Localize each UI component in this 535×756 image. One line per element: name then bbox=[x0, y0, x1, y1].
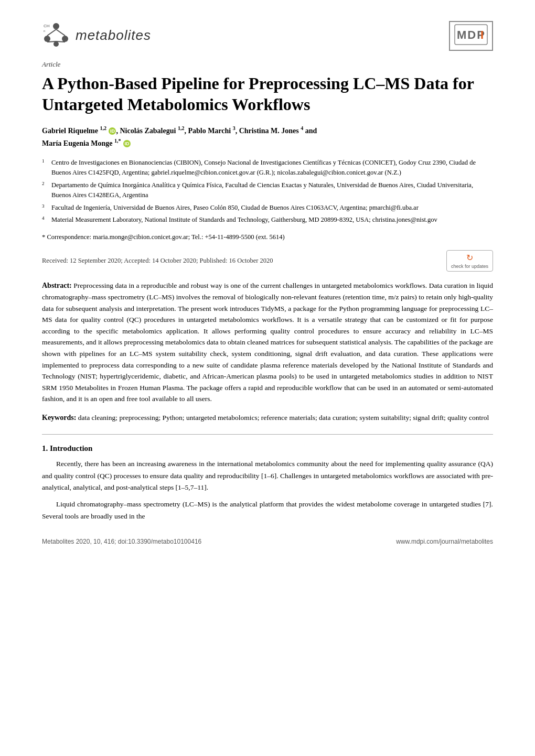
authors-block: Gabriel Riquelme 1,2 ID, Nicolás Zabaleg… bbox=[42, 124, 493, 149]
affiliation-1: 1 Centro de Investigaciones en Bionanoci… bbox=[42, 158, 493, 178]
svg-line-4 bbox=[47, 29, 56, 36]
abstract-label: Abstract: bbox=[42, 282, 72, 289]
svg-line-5 bbox=[56, 29, 65, 36]
check-for-updates-badge[interactable]: ↻ check for updates bbox=[446, 250, 493, 272]
svg-point-2 bbox=[62, 36, 68, 42]
author-nicolas: Nicolás Zabalegui 1,2 bbox=[120, 127, 184, 135]
correspondence-block: * Correspondence: maria.monge@cibion.con… bbox=[42, 232, 493, 242]
footer: Metabolites 2020, 10, 416; doi:10.3390/m… bbox=[42, 538, 493, 545]
orcid-icon-maria: ID bbox=[123, 140, 131, 147]
author-christina: Christina M. Jones 4 bbox=[239, 127, 303, 135]
article-title: A Python-Based Pipeline for Preprocessin… bbox=[42, 73, 493, 115]
keywords-text: data cleaning; preprocessing; Python; un… bbox=[78, 414, 489, 422]
journal-logo: CH n metabolites bbox=[42, 21, 151, 49]
refresh-icon: ↻ bbox=[466, 253, 473, 263]
section1-heading: 1. Introduction bbox=[42, 444, 493, 453]
footer-url: www.mdpi.com/journal/metabolites bbox=[396, 538, 493, 545]
svg-text:CH: CH bbox=[44, 24, 50, 28]
orcid-icon-gabriel: ID bbox=[109, 127, 116, 135]
mdpi-logo: MDP I bbox=[449, 21, 493, 51]
author-maria: María Eugenia Monge 1,* bbox=[42, 139, 121, 147]
page: CH n metabolites MDP I Article A Python-… bbox=[0, 0, 535, 756]
check-updates-label: check for updates bbox=[451, 264, 488, 269]
keywords-label: Keywords: bbox=[42, 414, 76, 422]
svg-text:n: n bbox=[44, 29, 45, 33]
affiliation-2: 2 Departamento de Química Inorgánica Ana… bbox=[42, 180, 493, 201]
dates-row: Received: 12 September 2020; Accepted: 1… bbox=[42, 250, 493, 272]
author-pablo: Pablo Marchi 3 bbox=[188, 127, 235, 135]
svg-point-1 bbox=[44, 36, 50, 42]
abstract-section: Abstract: Preprocessing data in a reprod… bbox=[42, 280, 493, 405]
section1-para2: Liquid chromatography–mass spectrometry … bbox=[42, 499, 493, 522]
abstract-text: Preprocessing data in a reproducible and… bbox=[42, 282, 493, 403]
publication-dates: Received: 12 September 2020; Accepted: 1… bbox=[42, 257, 273, 265]
svg-line-6 bbox=[47, 41, 56, 42]
journal-name-text: metabolites bbox=[76, 27, 151, 44]
affiliation-3: 3 Facultad de Ingeniería, Universidad de… bbox=[42, 203, 493, 213]
svg-point-3 bbox=[54, 41, 59, 47]
author-gabriel: Gabriel Riquelme 1,2 bbox=[42, 127, 106, 135]
header-row: CH n metabolites MDP I bbox=[42, 21, 493, 51]
svg-point-0 bbox=[53, 23, 59, 29]
section-divider bbox=[42, 434, 493, 435]
article-type: Article bbox=[42, 60, 493, 69]
molecule-icon: CH n bbox=[42, 21, 70, 49]
svg-line-7 bbox=[56, 41, 65, 42]
svg-text:I: I bbox=[480, 28, 485, 41]
section1-body: Recently, there has been an increasing a… bbox=[42, 458, 493, 522]
footer-citation: Metabolites 2020, 10, 416; doi:10.3390/m… bbox=[42, 538, 201, 545]
affiliations-block: 1 Centro de Investigaciones en Bionanoci… bbox=[42, 158, 493, 225]
affiliation-4: 4 Material Measurement Laboratory, Natio… bbox=[42, 215, 493, 225]
keywords-section: Keywords: data cleaning; preprocessing; … bbox=[42, 412, 493, 424]
introduction-section: 1. Introduction Recently, there has been… bbox=[42, 444, 493, 522]
section1-para1: Recently, there has been an increasing a… bbox=[42, 458, 493, 493]
